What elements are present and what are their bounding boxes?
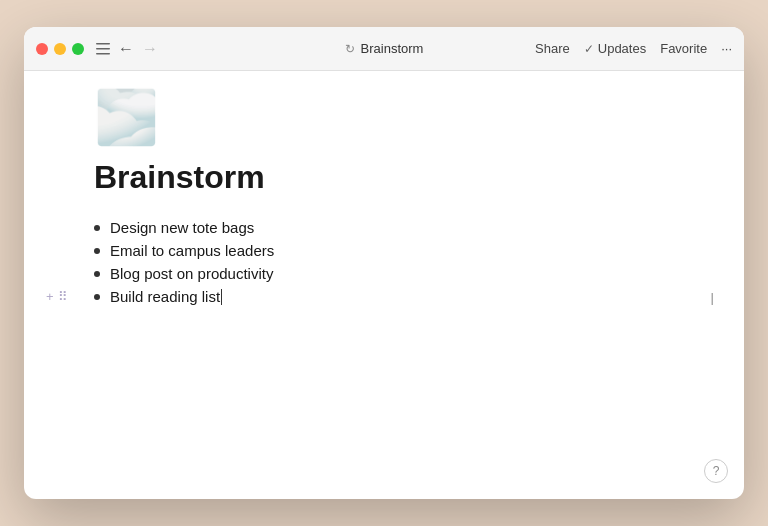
updates-button[interactable]: ✓ Updates	[584, 41, 646, 56]
check-icon: ✓	[584, 42, 594, 56]
more-label: ···	[721, 41, 732, 56]
page-title-bar: Brainstorm	[361, 41, 424, 56]
share-label: Share	[535, 41, 570, 56]
list-item-text[interactable]: Blog post on productivity	[110, 265, 273, 282]
favorite-label: Favorite	[660, 41, 707, 56]
bullet-point	[94, 294, 100, 300]
title-area: ↻ Brainstorm	[345, 41, 424, 56]
list-item: Blog post on productivity	[94, 262, 684, 285]
minimize-button[interactable]	[54, 43, 66, 55]
bullet-list: Design new tote bags Email to campus lea…	[94, 216, 684, 308]
help-label: ?	[713, 464, 720, 478]
list-item: Design new tote bags	[94, 216, 684, 239]
back-icon[interactable]: ←	[118, 40, 134, 58]
toolbar-icons: ← →	[96, 40, 158, 58]
more-button[interactable]: ···	[721, 41, 732, 56]
list-item: Email to campus leaders	[94, 239, 684, 262]
page-icon[interactable]: 🌫️	[94, 91, 684, 143]
bullet-point	[94, 271, 100, 277]
updates-label: Updates	[598, 41, 646, 56]
list-item-text[interactable]: Design new tote bags	[110, 219, 254, 236]
bullet-point	[94, 248, 100, 254]
maximize-button[interactable]	[72, 43, 84, 55]
traffic-lights	[36, 43, 84, 55]
svg-rect-2	[96, 53, 110, 55]
drag-handle[interactable]: ⠿	[58, 289, 68, 304]
share-button[interactable]: Share	[535, 41, 570, 56]
list-item-text[interactable]: Email to campus leaders	[110, 242, 274, 259]
text-cursor: |	[711, 289, 714, 304]
favorite-button[interactable]: Favorite	[660, 41, 707, 56]
refresh-icon: ↻	[345, 42, 355, 56]
menu-icon[interactable]	[96, 43, 110, 55]
page-heading[interactable]: Brainstorm	[94, 159, 684, 196]
forward-icon[interactable]: →	[142, 40, 158, 58]
content-area: 🌫️ Brainstorm Design new tote bags Email…	[24, 71, 744, 499]
help-button[interactable]: ?	[704, 459, 728, 483]
add-block-button[interactable]: +	[46, 289, 54, 304]
close-button[interactable]	[36, 43, 48, 55]
page-emoji: 🌫️	[94, 91, 684, 143]
bullet-point	[94, 225, 100, 231]
right-actions: Share ✓ Updates Favorite ···	[535, 41, 732, 56]
svg-rect-1	[96, 48, 110, 50]
svg-rect-0	[96, 43, 110, 45]
list-item-text-editing[interactable]: Build reading list	[110, 288, 222, 305]
app-window: ← → ↻ Brainstorm Share ✓ Updates Favorit…	[24, 27, 744, 499]
list-item-active: + ⠿ Build reading list |	[94, 285, 684, 308]
list-item-controls: + ⠿	[46, 289, 68, 304]
titlebar: ← → ↻ Brainstorm Share ✓ Updates Favorit…	[24, 27, 744, 71]
